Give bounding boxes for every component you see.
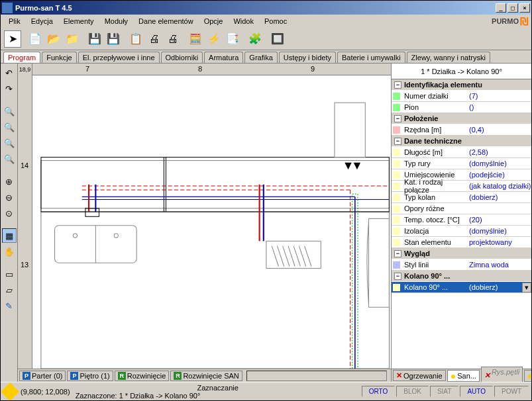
svg-line-25 xyxy=(283,246,290,267)
tab-ustepy[interactable]: Ustępy i bidety xyxy=(279,52,336,63)
main-toolbar: ➤ 📄 📂 📁 💾 💾 📋 🖨 🖨 🧮 ⚡ 📑 🧩 🔲 xyxy=(1,28,531,50)
sheet-tab-rozwiniecie[interactable]: RRozwinięcie xyxy=(115,371,170,381)
section-kolano[interactable]: −Kolano 90° ... xyxy=(392,271,531,282)
undo-icon[interactable]: ↶ xyxy=(2,66,17,80)
status-diamond-icon xyxy=(1,382,19,400)
zoom-window-icon[interactable]: 🔍 xyxy=(2,120,17,134)
close-button[interactable]: × xyxy=(519,3,530,13)
menu-opcje[interactable]: Opcje xyxy=(199,16,229,26)
zoom-out-icon[interactable]: 🔍 xyxy=(2,136,17,150)
open-file-button[interactable]: 📂 xyxy=(45,30,62,48)
save-button[interactable]: 💾 xyxy=(86,30,103,48)
select-poly-icon[interactable]: ▱ xyxy=(2,283,17,297)
prop-typ-rury[interactable]: Typ rury(domyślnie) xyxy=(392,158,531,169)
prop-temp[interactable]: Temp. otocz. [°C](20) xyxy=(392,214,531,226)
print-button[interactable]: 🖨 xyxy=(146,30,163,48)
sheet-button[interactable]: 📑 xyxy=(224,30,241,48)
minimize-button[interactable]: _ xyxy=(496,3,506,13)
sheet-tab-rozwiniecie-san[interactable]: RRozwinięcie SAN xyxy=(170,371,242,381)
components-button[interactable]: 🧩 xyxy=(246,30,264,48)
tab-zlewy[interactable]: Zlewy, wanny i natryski xyxy=(407,52,490,63)
menu-plik[interactable]: Plik xyxy=(3,16,26,26)
status-line1: Zaznaczanie xyxy=(76,384,360,392)
tab-grafika[interactable]: Grafika xyxy=(244,52,277,63)
layer-rys-petli[interactable]: ✕Rys.pętli ... xyxy=(481,367,523,382)
ruler-horizontal: 18,9 7 8 9 xyxy=(18,64,391,75)
save-all-button[interactable]: 💾 xyxy=(105,30,122,48)
tab-program[interactable]: Program xyxy=(3,52,40,63)
status-auto[interactable]: AUTO xyxy=(460,386,493,397)
print-preview-button[interactable]: 🖨 xyxy=(164,30,182,48)
drawing-canvas[interactable] xyxy=(32,75,391,369)
svg-line-29 xyxy=(305,246,311,267)
tab-odbiorniki[interactable]: Odbiorniki xyxy=(161,52,203,63)
module-button[interactable]: 🔲 xyxy=(269,30,286,48)
prop-numer-dzialki[interactable]: Numer działki(7) xyxy=(392,91,531,102)
prop-styl-linii[interactable]: Styl liniiZimna woda xyxy=(392,259,531,271)
section-identyfikacja[interactable]: −Identyfikacja elementu xyxy=(392,79,531,91)
pan-icon[interactable]: ✋ xyxy=(2,244,17,259)
svg-line-24 xyxy=(277,246,284,267)
prop-stan[interactable]: Stan elementuprojektowany xyxy=(392,237,531,248)
zoom-plus-icon[interactable]: ⊕ xyxy=(2,174,17,189)
status-powt[interactable]: POWT xyxy=(494,386,529,397)
zoom-extents-icon[interactable]: ⊙ xyxy=(2,206,17,220)
svg-point-17 xyxy=(73,234,77,238)
section-polozenie[interactable]: −Położenie xyxy=(392,113,531,124)
pointer-tool[interactable]: ➤ xyxy=(4,30,21,48)
prop-kolano-selected[interactable]: Kolano 90° ...(dobierz)▾ xyxy=(392,282,531,293)
grid-toggle-icon[interactable]: ▦ xyxy=(2,228,17,243)
svg-line-27 xyxy=(293,246,300,267)
svg-line-26 xyxy=(288,246,295,267)
menu-elementy[interactable]: Elementy xyxy=(58,16,99,26)
select-rect-icon[interactable]: ▭ xyxy=(2,267,17,281)
edit-icon[interactable]: ✎ xyxy=(2,298,17,313)
section-dane-techniczne[interactable]: −Dane techniczne xyxy=(392,136,531,147)
tab-elprzep[interactable]: El. przepływowe i inne xyxy=(78,52,160,63)
sheet-tab-pietro[interactable]: PPiętro (1) xyxy=(67,371,113,381)
prop-typ-kolan[interactable]: Typ kolan(dobierz) xyxy=(392,192,531,203)
status-siat[interactable]: SIAT xyxy=(430,386,458,397)
menu-edycja[interactable]: Edycja xyxy=(26,16,58,26)
status-bar: (9,800; 12,008) Zaznaczanie Zaznaczone: … xyxy=(1,382,531,400)
layer-konstrukcja[interactable]: ●Konstrukcja xyxy=(524,370,531,382)
svg-marker-6 xyxy=(345,163,351,169)
prop-rzedna[interactable]: Rzędna [m](0,4) xyxy=(392,124,531,136)
menu-moduly[interactable]: Moduły xyxy=(99,16,133,26)
zoom-fit-icon[interactable]: 🔍 xyxy=(2,152,17,166)
zoom-in-icon[interactable]: 🔍 xyxy=(2,104,17,118)
dropdown-icon[interactable]: ▾ xyxy=(522,283,531,292)
redo-icon[interactable]: ↷ xyxy=(2,81,17,96)
horizontal-scrollbar[interactable] xyxy=(246,371,387,381)
prop-dlugosc[interactable]: Długość [m](2,58) xyxy=(392,147,531,158)
new-file-button[interactable]: 📄 xyxy=(27,30,44,48)
sheet-tabs: PParter (0) PPiętro (1) RRozwinięcie RRo… xyxy=(18,369,391,382)
status-orto[interactable]: ORTO xyxy=(362,386,396,397)
menu-bar: Plik Edycja Elementy Moduły Dane element… xyxy=(1,15,531,28)
menu-pomoc[interactable]: Pomoc xyxy=(259,16,292,26)
maximize-button[interactable]: □ xyxy=(507,3,518,13)
tab-armatura[interactable]: Armatura xyxy=(204,52,243,63)
prop-izolacja[interactable]: Izolacja(domyślnie) xyxy=(392,226,531,237)
open-folder-button[interactable]: 📁 xyxy=(64,30,81,48)
zoom-minus-icon[interactable]: ⊖ xyxy=(2,190,17,204)
status-blok[interactable]: BLOK xyxy=(396,386,429,397)
status-line2: Zaznaczone: 1 * Działka -> Kolano 90° xyxy=(76,392,360,400)
left-toolbar: ↶ ↷ 🔍 🔍 🔍 🔍 ⊕ ⊖ ⊙ ▦ ✋ ▭ ▱ ✎ xyxy=(1,64,18,382)
window-title: Purmo-san T 4.5 xyxy=(15,4,494,12)
svg-rect-21 xyxy=(85,208,99,216)
menu-dane[interactable]: Dane elementów xyxy=(133,16,199,26)
menu-widok[interactable]: Widok xyxy=(228,16,259,26)
sheet-tab-parter[interactable]: PParter (0) xyxy=(19,371,66,381)
prop-kat-rodzaj[interactable]: Kat. i rodzaj połącze(jak katalog działk… xyxy=(392,181,531,192)
calc-button[interactable]: 🧮 xyxy=(187,30,204,48)
section-wyglad[interactable]: −Wygląd xyxy=(392,248,531,259)
lightning-button[interactable]: ⚡ xyxy=(205,30,223,48)
tab-funkcje[interactable]: Funkcje xyxy=(42,52,77,63)
prop-pion[interactable]: Pion() xyxy=(392,102,531,113)
prop-opory[interactable]: Opory różne xyxy=(392,203,531,214)
layer-ogrzewanie[interactable]: ✕Ogrzewanie xyxy=(393,370,446,381)
tab-baterie[interactable]: Baterie i umywalki xyxy=(337,52,405,63)
copy-button[interactable]: 📋 xyxy=(127,30,144,48)
layer-san[interactable]: ●San... xyxy=(447,370,480,382)
